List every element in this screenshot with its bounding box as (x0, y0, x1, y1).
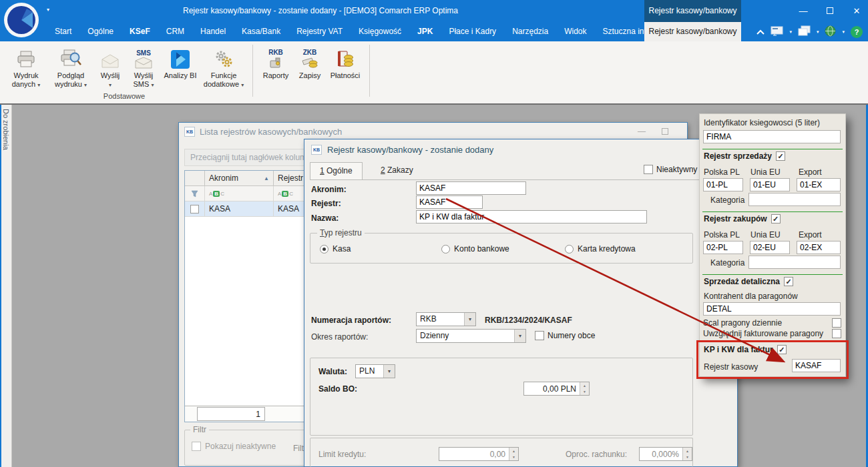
limit-spinner[interactable]: 0,00 ▲▼ (439, 447, 519, 461)
waluta-combo-caret[interactable]: ▾ (383, 365, 395, 378)
nazwa-input[interactable] (416, 210, 647, 223)
show-inactive-checkbox[interactable] (192, 442, 201, 451)
akronim-input[interactable] (416, 181, 526, 195)
sales-ex-input[interactable] (797, 178, 841, 191)
row-select-cell[interactable] (185, 201, 205, 217)
payments-button[interactable]: Płatności (325, 43, 365, 94)
windows-caret[interactable]: ▾ (817, 29, 819, 35)
numery-obce-checkbox[interactable] (535, 331, 544, 340)
limit-spin-down[interactable]: ▼ (509, 454, 518, 461)
abc-c: C (289, 191, 293, 197)
quick-access-caret[interactable]: ▾ (47, 7, 49, 13)
tab-zakazy[interactable]: 2 Zakazy (371, 162, 423, 179)
send-sms-button[interactable]: SMS Wyślij SMS ▾ (126, 43, 162, 94)
send-button[interactable]: Wyślij▾ (95, 43, 126, 94)
rejestr-input[interactable] (416, 195, 483, 209)
help-icon[interactable]: ? (851, 26, 863, 38)
oproc-value: 0,000% (640, 448, 682, 460)
sales-kategoria-input[interactable] (748, 193, 841, 206)
sales-eu-input[interactable] (750, 178, 790, 191)
radio-kasa[interactable]: Kasa (320, 244, 351, 254)
titlebar-tab[interactable]: Rejestr kasowy/bankowy (644, 0, 741, 22)
purchase-eu-input[interactable] (750, 241, 790, 254)
purchase-register-checkbox[interactable]: ✓ (771, 214, 781, 223)
close-button[interactable]: ✕ (852, 6, 861, 16)
numeracja-combo[interactable]: RKB ▾ (416, 312, 476, 326)
filter-funnel-cell[interactable] (185, 186, 205, 201)
header-akronim[interactable]: Akronim▲ (205, 171, 274, 186)
radio-karta-circle[interactable] (565, 245, 574, 254)
list-minimize-button[interactable]: — (638, 127, 646, 136)
row-checkbox[interactable] (190, 205, 199, 213)
print-data-button[interactable]: Wydruk danych ▾ (5, 43, 47, 94)
merge-receipts-checkbox[interactable] (832, 318, 841, 328)
windows-icon[interactable] (798, 25, 811, 38)
menu-rejestry-vat[interactable]: Rejestry VAT (288, 22, 351, 41)
saldo-spin-down[interactable]: ▼ (580, 389, 589, 396)
menu-ksiegowosc[interactable]: Księgowość (351, 22, 409, 41)
active-document-tab[interactable]: Rejestr kasowy/bankowy (644, 22, 741, 41)
row-akronim-cell[interactable]: KASA (205, 201, 274, 217)
currency-globe-caret[interactable]: ▾ (842, 29, 845, 35)
currency-globe-icon[interactable] (825, 25, 836, 39)
okres-combo[interactable]: Dzienny ▾ (416, 329, 526, 343)
menu-jpk[interactable]: JPK (409, 22, 441, 41)
list-maximize-button[interactable] (662, 128, 668, 135)
sales-pl-input[interactable] (703, 178, 743, 191)
analizy-bi-button[interactable]: Analizy BI (162, 43, 199, 94)
invoiced-receipts-row: Uwzględnij fakturowane paragony (703, 329, 841, 338)
numeracja-combo-caret[interactable]: ▾ (464, 313, 475, 326)
menu-crm[interactable]: CRM (158, 22, 192, 41)
panel-view-caret[interactable]: ▾ (789, 29, 792, 35)
menu-widok[interactable]: Widok (556, 22, 594, 41)
type-group-accel: T (320, 228, 324, 238)
sales-register-label: Rejestr sprzedaży (704, 151, 772, 161)
reports-button[interactable]: RKB Raporty (257, 43, 294, 94)
ident-input[interactable] (703, 130, 841, 143)
oproc-spin-up[interactable]: ▲ (683, 448, 692, 454)
kontrahent-input[interactable] (703, 302, 841, 316)
menu-ksef[interactable]: KSeF (122, 22, 158, 41)
comarch-logo-icon[interactable] (4, 3, 39, 37)
sales-register-checkbox[interactable]: ✓ (776, 151, 785, 161)
todo-panel-tab[interactable]: Do zrobienia (0, 105, 12, 467)
radio-kasa-circle[interactable] (320, 245, 329, 254)
limit-spin-up[interactable]: ▲ (509, 448, 518, 454)
minimize-button[interactable]: — (799, 6, 808, 16)
header-akronim-label: Akronim (209, 173, 238, 183)
purchase-ex-input[interactable] (797, 241, 841, 254)
retail-checkbox[interactable]: ✓ (784, 277, 793, 286)
radio-konto-bankowe[interactable]: Konto bankowe (441, 244, 509, 254)
purchase-pl-input[interactable] (703, 241, 743, 254)
green-separator (702, 211, 843, 212)
maximize-button[interactable] (825, 6, 835, 16)
menu-start[interactable]: Start (47, 22, 79, 41)
row-count: 1 (197, 407, 265, 421)
filter-akronim-cell[interactable]: ABC (205, 186, 274, 201)
radio-konto-circle[interactable] (441, 245, 450, 254)
saldo-spinner[interactable]: 0,00 PLN ▲▼ (523, 382, 590, 396)
reports-label: Raporty (263, 71, 289, 80)
funnel-icon (191, 190, 198, 197)
menu-narzedzia[interactable]: Narzędzia (504, 22, 556, 41)
entries-button[interactable]: ZKB Zapisy (294, 43, 325, 94)
panel-view-icon[interactable] (771, 26, 783, 38)
okres-combo-caret[interactable]: ▾ (514, 330, 525, 342)
print-preview-button[interactable]: Podgląd wydruku ▾ (47, 43, 95, 94)
menu-kasa-bank[interactable]: Kasa/Bank (234, 22, 288, 41)
waluta-combo[interactable]: PLN ▾ (355, 364, 395, 378)
additional-functions-button[interactable]: Funkcje dodatkowe ▾ (199, 43, 248, 94)
radio-karta-kredytowa[interactable]: Karta kredytowa (565, 244, 636, 254)
list-window-titlebar: KB Lista rejestrów kasowych/bankowych — (179, 123, 687, 141)
oproc-spinner[interactable]: 0,000% ▲▼ (639, 447, 692, 461)
invoiced-receipts-checkbox[interactable] (832, 329, 841, 338)
menu-handel[interactable]: Handel (192, 22, 234, 41)
collapse-ribbon-icon[interactable] (756, 27, 765, 37)
inactive-checkbox[interactable] (644, 165, 653, 174)
saldo-spin-up[interactable]: ▲ (580, 382, 589, 389)
menu-place-kadry[interactable]: Płace i Kadry (441, 22, 504, 41)
purchase-kategoria-input[interactable] (748, 256, 841, 269)
tab-ogolne[interactable]: 1 Ogólne (310, 162, 363, 179)
oproc-spin-down[interactable]: ▼ (683, 454, 692, 461)
menu-ogolne[interactable]: Ogólne (79, 22, 122, 41)
